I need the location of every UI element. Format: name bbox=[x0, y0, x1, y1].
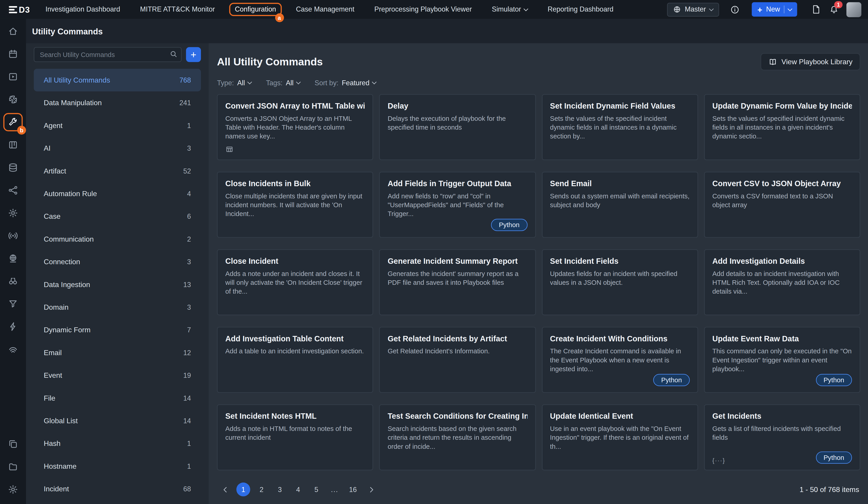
nav-item[interactable]: Investigation Dashboard bbox=[35, 0, 130, 19]
view-playbook-library-button[interactable]: View Playbook Library bbox=[761, 53, 860, 70]
sidebar-category[interactable]: Data Manipulation 241 bbox=[34, 91, 201, 114]
notifications-button[interactable]: 1 bbox=[829, 5, 839, 14]
rail-item[interactable] bbox=[0, 315, 26, 338]
sidebar-category[interactable]: Hash 1 bbox=[34, 432, 201, 455]
avatar[interactable] bbox=[846, 2, 861, 17]
environment-selector[interactable]: Master bbox=[667, 2, 719, 16]
sidebar-category[interactable]: Agent 1 bbox=[34, 114, 201, 137]
command-card[interactable]: Close Incident Adds a note under an inci… bbox=[217, 249, 373, 315]
rail-item[interactable]: b bbox=[0, 111, 26, 133]
nav-item[interactable]: Case Management bbox=[286, 0, 364, 19]
command-card[interactable]: Set Incident Fields Updates fields for a… bbox=[541, 249, 698, 315]
card-footer: {···} Python bbox=[712, 452, 852, 464]
language-badge: Python bbox=[816, 452, 852, 464]
page-button[interactable]: 1 bbox=[236, 483, 250, 496]
command-description: Converts a CSV formated text to a JSON o… bbox=[712, 192, 852, 210]
documents-button[interactable] bbox=[812, 4, 820, 14]
add-command-button[interactable]: + bbox=[186, 47, 201, 62]
rail-item[interactable] bbox=[0, 133, 26, 156]
command-card[interactable]: Get Incidents Gets a list of filtered in… bbox=[704, 404, 860, 470]
command-card[interactable]: Create Incident With Conditions The Crea… bbox=[541, 327, 698, 393]
sidebar-category[interactable]: Communication 2 bbox=[34, 228, 201, 250]
command-card[interactable]: Add Investigation Details Add details to… bbox=[704, 249, 860, 315]
nav-item[interactable]: Reporting Dashboard bbox=[538, 0, 623, 19]
rail-item[interactable] bbox=[0, 179, 26, 202]
info-button[interactable] bbox=[730, 5, 740, 14]
sidebar-category[interactable]: Event 19 bbox=[34, 364, 201, 386]
nav-item[interactable]: Configuration a bbox=[225, 0, 286, 19]
sidebar-category[interactable]: Incident 68 bbox=[34, 477, 201, 500]
command-title: Test Search Conditions for Creating Inci… bbox=[388, 412, 527, 421]
sidebar-category[interactable]: Automation Rule 4 bbox=[34, 182, 201, 205]
page-button[interactable]: 2 bbox=[255, 483, 269, 496]
sidebar-category[interactable]: Data Ingestion 13 bbox=[34, 273, 201, 296]
search-input[interactable] bbox=[34, 47, 182, 62]
rail-item[interactable] bbox=[0, 202, 26, 224]
command-card[interactable]: Add Investigation Table Content Add a ta… bbox=[217, 327, 373, 393]
rail-item[interactable] bbox=[0, 433, 26, 455]
rail-item[interactable] bbox=[0, 338, 26, 361]
command-card[interactable]: Update Dynamic Form Value by Incident...… bbox=[704, 94, 860, 160]
command-card[interactable]: Delay Delays the execution of playbook f… bbox=[379, 94, 536, 160]
command-title: Update Identical Event bbox=[550, 412, 690, 421]
rail-item[interactable] bbox=[0, 43, 26, 65]
sidebar-category[interactable]: AI 3 bbox=[34, 137, 201, 160]
sidebar-category[interactable]: Artifact 52 bbox=[34, 160, 201, 182]
page-button[interactable]: 3 bbox=[273, 483, 287, 496]
bolt-icon bbox=[8, 321, 18, 332]
d3-logo[interactable]: D3 bbox=[9, 5, 30, 14]
sort-filter[interactable]: Sort by: Featured bbox=[315, 79, 376, 87]
command-card[interactable]: Convert JSON Array to HTML Table with...… bbox=[217, 94, 373, 160]
command-card[interactable]: Test Search Conditions for Creating Inci… bbox=[379, 404, 536, 470]
command-card[interactable]: Update Event Raw Data This command can o… bbox=[704, 327, 860, 393]
command-card[interactable]: Add Fields in Trigger Output Data Add ne… bbox=[379, 172, 536, 238]
next-page-button[interactable] bbox=[364, 483, 378, 496]
tags-filter[interactable]: Tags: All bbox=[266, 79, 300, 87]
sidebar-category[interactable]: Dynamic Form 7 bbox=[34, 319, 201, 341]
command-card[interactable]: Get Related Incidents by Artifact Get Re… bbox=[379, 327, 536, 393]
command-description: Delays the execution of playbook for the… bbox=[388, 115, 527, 132]
new-button[interactable]: + New bbox=[752, 2, 797, 17]
rail-item[interactable] bbox=[0, 292, 26, 315]
rail-item[interactable] bbox=[0, 270, 26, 292]
command-card[interactable]: Close Incidents in Bulk Close multiple i… bbox=[217, 172, 373, 238]
sidebar-category[interactable]: All Utility Commands 768 bbox=[34, 69, 201, 91]
sidebar-category[interactable]: Connection 3 bbox=[34, 250, 201, 273]
nav-item[interactable]: MITRE ATT&CK Monitor bbox=[130, 0, 225, 19]
sidebar-category[interactable]: Global List 14 bbox=[34, 410, 201, 432]
nav-item[interactable]: Simulator bbox=[482, 0, 538, 19]
rail-item[interactable] bbox=[0, 88, 26, 111]
sidebar-category[interactable]: Email 12 bbox=[34, 341, 201, 364]
command-card[interactable]: Set Incident Dynamic Field Values Sets t… bbox=[541, 94, 698, 160]
command-card[interactable]: Convert CSV to JSON Object Array Convert… bbox=[704, 172, 860, 238]
page-button[interactable]: 4 bbox=[291, 483, 305, 496]
rail-item[interactable] bbox=[0, 478, 26, 501]
command-title: Delay bbox=[388, 101, 527, 110]
rail-item[interactable] bbox=[0, 156, 26, 179]
rail-item[interactable] bbox=[0, 455, 26, 478]
page-button[interactable]: 16 bbox=[346, 483, 360, 496]
navbar-right: Master + New 1 bbox=[667, 2, 861, 17]
rail-item[interactable] bbox=[0, 20, 26, 42]
rail-item[interactable] bbox=[0, 247, 26, 270]
plus-icon: + bbox=[757, 5, 762, 13]
sidebar-category[interactable]: File 14 bbox=[34, 386, 201, 409]
sidebar-category[interactable]: Hostname 1 bbox=[34, 455, 201, 477]
content-column: Utility Commands + bbox=[26, 19, 868, 504]
page-button[interactable]: 5 bbox=[309, 483, 323, 496]
command-card[interactable]: Update Identical Event Use in an event p… bbox=[541, 404, 698, 470]
annotation-badge: b bbox=[17, 126, 26, 134]
rail-item[interactable] bbox=[0, 65, 26, 88]
type-filter[interactable]: Type: All bbox=[217, 79, 251, 87]
page-button[interactable]: ... bbox=[328, 483, 342, 496]
command-card[interactable]: Generate Incident Summary Report Generat… bbox=[379, 249, 536, 315]
category-count: 6 bbox=[187, 212, 191, 220]
prev-page-button[interactable] bbox=[218, 483, 232, 496]
sidebar-category[interactable]: Domain 3 bbox=[34, 296, 201, 319]
command-card[interactable]: Send Email Sends out a system email with… bbox=[541, 172, 698, 238]
nav-item[interactable]: Preprocessing Playbook Viewer bbox=[364, 0, 482, 19]
rail-item[interactable] bbox=[0, 224, 26, 247]
sidebar-category[interactable]: Case 6 bbox=[34, 205, 201, 228]
command-card[interactable]: Set Incident Notes HTML Adds a note in H… bbox=[217, 404, 373, 470]
globe-lines-icon bbox=[8, 253, 18, 264]
